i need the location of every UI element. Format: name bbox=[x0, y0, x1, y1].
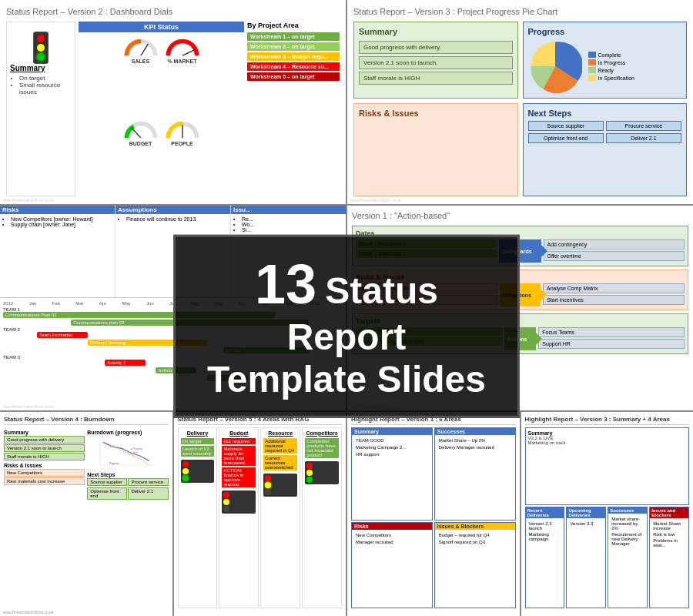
rag-tl-resource bbox=[263, 474, 297, 497]
slide5-nextsteps-grid: Source supplier Procure service Optimise… bbox=[87, 478, 168, 500]
slide2-progress: Progress Com bbox=[523, 22, 688, 99]
next-steps-grid: Source supplier Procure service Optimise… bbox=[528, 121, 682, 143]
summary-item-1: On target bbox=[19, 75, 72, 82]
action-items: Focus Teams Support HR bbox=[538, 327, 685, 349]
slide2-summary-item-3: Staff morale is HIGH bbox=[359, 72, 513, 85]
slide2-summary: Summary Good progress with delivery. Ver… bbox=[353, 22, 518, 99]
h-area-successes-title: Successes bbox=[435, 428, 515, 435]
tl-green bbox=[37, 53, 45, 61]
budget-dial bbox=[122, 118, 160, 139]
slide1-summary: Summary On target Small resource issues bbox=[6, 22, 75, 196]
slide4-title: Version 1 : "Action-based" bbox=[352, 210, 688, 221]
h-r-item-1: New Competitors bbox=[354, 532, 430, 538]
sales-dial bbox=[122, 35, 160, 57]
h-area-issues-title: Issues & Blockers bbox=[435, 523, 515, 530]
market-dial-container: % MARKET bbox=[163, 35, 202, 115]
rag-budget-3: ACTION: finance to approve request bbox=[222, 467, 256, 487]
rag-budget: Budget £££ required Materials supply far… bbox=[219, 427, 259, 608]
safeguard-action-2: Offer overtime bbox=[544, 251, 685, 261]
ws-2: Workstream 2 – on target bbox=[247, 42, 340, 51]
rag-grid: Delivery On target Launch of V3 went smo… bbox=[178, 427, 343, 608]
slide-highlight4: Highlight Report – Version 3 : Summary +… bbox=[521, 412, 694, 616]
kpi-title: KPI Status bbox=[79, 22, 244, 32]
tl-red bbox=[37, 35, 45, 42]
issues-header: Issu... bbox=[231, 206, 346, 214]
assumptions-list: Finance will continue to 2013 bbox=[119, 216, 227, 222]
rag-competitors: Competitors Competitor products have not… bbox=[302, 427, 342, 608]
tl-d-red bbox=[182, 461, 189, 467]
tl-c-green bbox=[306, 477, 313, 483]
highlight6-areas: Summary TEAM GOOD Marketing Campaign 2..… bbox=[351, 427, 516, 608]
slide2-title: Status Report – Version 3 : Project Prog… bbox=[353, 6, 687, 17]
by-project-section: By Project Area Workstream 1 – on target… bbox=[247, 22, 340, 196]
rag-budget-2: Materials supply far more than forecaste… bbox=[222, 446, 256, 466]
hv3-c4-2: Risk is low bbox=[652, 531, 686, 537]
slide-highlight6: Highlight Report – Version 1 : 6 Areas S… bbox=[347, 412, 520, 616]
market-dial-svg bbox=[163, 35, 202, 57]
slide5-risk-1: New Competitors bbox=[4, 469, 85, 477]
legend-inspec: In Specification bbox=[588, 75, 634, 81]
tl-resource-body bbox=[263, 474, 297, 497]
action-item-2: Support HR bbox=[538, 339, 685, 349]
h-area-successes: Successes Market Share – Up 2% Delivery … bbox=[434, 427, 516, 521]
h-area-risks: Risks New Competitors Manager recruited bbox=[351, 522, 433, 608]
slide5-ns-2: Procure service bbox=[128, 478, 168, 486]
h-area-summary: Summary TEAM GOOD Marketing Campaign 2..… bbox=[351, 427, 433, 521]
slide5-right: Burndown (progress) Progress ● Progress … bbox=[87, 427, 168, 500]
slide5-sum-2: Version 2.1 soon to launch bbox=[4, 444, 85, 452]
slide2-summary-item-1: Good progress with delivery. bbox=[359, 41, 513, 54]
legend-inprogress-label: In Progress bbox=[598, 60, 626, 65]
h-i-item-2: Signoff required on Q3 bbox=[437, 539, 513, 545]
slide5-nextsteps-heading: Next Steps bbox=[87, 472, 168, 477]
hv3-col-2-title: Upcoming Deliveries bbox=[567, 507, 605, 518]
risk-section: Risks New Competitors [owner: Howard] Su… bbox=[0, 206, 116, 296]
slide5-risk-2: Raw materials cost increase bbox=[4, 477, 85, 485]
market-dial bbox=[163, 35, 202, 57]
slide8-hv3-row: Recent Deliveries Version 2.3 launch Mar… bbox=[525, 507, 690, 608]
slide5-summary-heading: Summary bbox=[4, 430, 85, 435]
pie-legend: Complete In Progress Ready In Speci bbox=[588, 52, 634, 81]
slide4-title-text: Version 1 : "Action-based" bbox=[352, 211, 450, 220]
h-suc-item-2: Delivery Manager recruited bbox=[437, 444, 513, 450]
tl-c-red bbox=[306, 463, 313, 469]
ns-item-2: Procure service bbox=[606, 121, 681, 131]
hv3-col-4: Issues and Blockers Market Share increas… bbox=[649, 507, 689, 608]
legend-complete: Complete bbox=[588, 52, 634, 58]
slide2-nextsteps: Next Steps Source supplier Procure servi… bbox=[523, 103, 688, 196]
summary-heading: Summary bbox=[10, 64, 72, 72]
slide2-footer: www.PresentationSlicer.co.uk bbox=[350, 198, 401, 203]
slide2-risks: Risks & Issues bbox=[353, 103, 518, 196]
slide-dashboard-dials: Status Report – Version 2 : Dashboard Di… bbox=[0, 0, 346, 204]
people-dial-container: PEOPLE bbox=[163, 118, 202, 197]
ns-item-1: Source supplier bbox=[528, 121, 604, 131]
tl-c-yellow bbox=[306, 470, 313, 476]
slide2-risks-heading: Risks & Issues bbox=[359, 109, 513, 118]
slide2-nextsteps-heading: Next Steps bbox=[528, 109, 682, 118]
slide-rag: Status Report – Version 5 : 4 Areas with… bbox=[174, 412, 346, 616]
people-label: PEOPLE bbox=[171, 141, 192, 146]
slide5-ns-3: Optimise front end bbox=[87, 487, 127, 500]
rag-resource-title: Resource bbox=[263, 430, 297, 436]
ws-3: Workstream 3 – Budget requ... bbox=[247, 52, 340, 61]
tl-b-green bbox=[223, 506, 229, 512]
pie-container: Complete In Progress Ready In Speci bbox=[528, 39, 682, 93]
hv3-c2-1: Version 3.3 bbox=[569, 521, 603, 527]
slide2-subtitle: – Version 3 : Project Progress Pie Chart bbox=[408, 7, 557, 16]
slide3-footer: www.PresentationSlicer.co.uk bbox=[3, 404, 54, 409]
pie-chart-svg bbox=[528, 39, 582, 93]
ns-item-4: Deliver 2.1 bbox=[606, 133, 681, 143]
slide-burndown: Status Report – Version 4 : Burndown Sum… bbox=[0, 412, 172, 616]
slide5-left: Summary Good progress with delivery Vers… bbox=[4, 427, 85, 500]
sales-dial-container: SALES bbox=[122, 35, 160, 115]
overlay-number: 13 bbox=[255, 253, 316, 315]
slide1-footer: www.PresentationSlicer.co.uk bbox=[3, 198, 54, 203]
rag-delivery: Delivery On target Launch of V3 went smo… bbox=[178, 427, 218, 608]
h-area-issues: Issues & Blockers Budget – required for … bbox=[434, 522, 516, 608]
rag-delivery-1: On target bbox=[181, 438, 215, 444]
slide1-title-main: Status Report bbox=[6, 7, 58, 16]
h-s-item-2: Marketing Campaign 2... bbox=[354, 444, 430, 450]
sales-label: SALES bbox=[132, 59, 149, 64]
hv3-col-1-title: Recent Deliveries bbox=[526, 507, 564, 518]
h-s-item-3: HR support bbox=[354, 451, 430, 457]
rag-resource-2: Current resources overstretched bbox=[263, 455, 297, 470]
